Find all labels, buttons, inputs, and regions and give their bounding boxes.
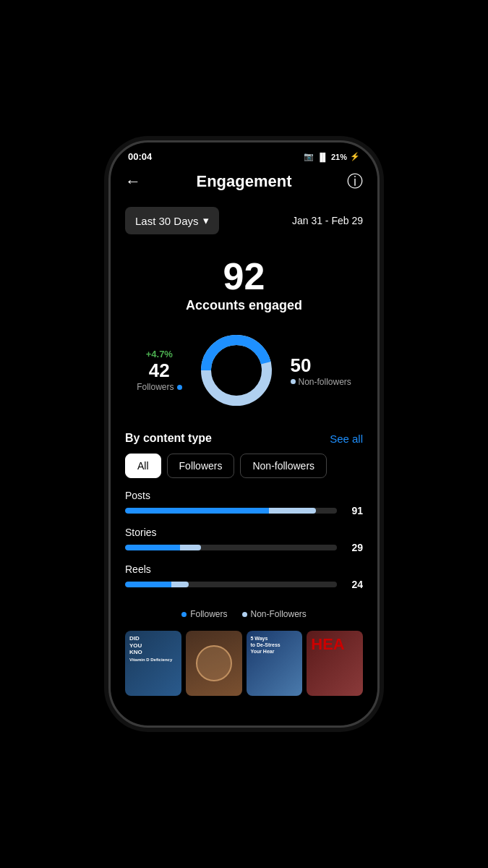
thumb-text-1: DIDYOUKNOVitamin D Deficiency bbox=[129, 635, 172, 663]
bar-row-posts: Posts 91 bbox=[125, 490, 363, 516]
bar-fill-light-reels bbox=[171, 582, 188, 587]
bar-label-reels: Reels bbox=[125, 563, 363, 575]
non-followers-dot bbox=[291, 379, 296, 384]
phone-screen: 00:04 📷 ▐▌ 21% ⚡ ← Engagement ⓘ Last 30 … bbox=[111, 142, 377, 726]
chevron-down-icon: ▾ bbox=[203, 214, 209, 227]
thumbnail-1[interactable]: DIDYOUKNOVitamin D Deficiency bbox=[125, 631, 181, 696]
donut-chart bbox=[197, 331, 276, 410]
content-type-title: By content type bbox=[125, 432, 212, 445]
tab-followers-label: Followers bbox=[179, 460, 223, 472]
notch bbox=[201, 142, 288, 163]
followers-change: +4.7% bbox=[137, 349, 181, 359]
bar-value-reels: 24 bbox=[343, 579, 363, 590]
content-type-header: By content type See all bbox=[111, 425, 377, 454]
date-range-label: Jan 31 - Feb 29 bbox=[292, 215, 363, 226]
status-time: 00:04 bbox=[128, 151, 152, 162]
thumb-text-4: HEA bbox=[311, 635, 344, 654]
page-title: Engagement bbox=[196, 172, 291, 191]
bar-row-stories: Stories 29 bbox=[125, 527, 363, 553]
legend-non-followers: Non-Followers bbox=[242, 609, 307, 619]
non-followers-label: Non-followers bbox=[291, 377, 351, 387]
instagram-icon: 📷 bbox=[304, 152, 314, 161]
legend-non-followers-dot bbox=[242, 612, 247, 617]
legend-followers-dot bbox=[181, 612, 187, 617]
non-followers-label-text: Non-followers bbox=[299, 377, 351, 387]
tab-non-followers[interactable]: Non-followers bbox=[240, 454, 327, 478]
tab-all[interactable]: All bbox=[125, 454, 161, 478]
main-metric: 92 Accounts engaged bbox=[111, 246, 377, 319]
thumb-text-3: 5 Waysto De-StressYour Hear bbox=[251, 635, 281, 655]
donut-section: +4.7% 42 Followers 50 bbox=[111, 319, 377, 425]
bar-track-reels: 24 bbox=[125, 579, 363, 590]
bar-fill-blue-stories bbox=[125, 545, 180, 550]
bolt-icon: ⚡ bbox=[350, 152, 360, 161]
bar-fill-blue-posts bbox=[125, 508, 269, 514]
tab-followers[interactable]: Followers bbox=[167, 454, 235, 478]
info-button[interactable]: ⓘ bbox=[347, 171, 363, 192]
header: ← Engagement ⓘ bbox=[111, 165, 377, 201]
thumbnails-row: DIDYOUKNOVitamin D Deficiency 5 Waysto D… bbox=[111, 631, 377, 696]
thumbnail-3[interactable]: 5 Waysto De-StressYour Hear bbox=[247, 631, 303, 696]
back-button[interactable]: ← bbox=[125, 172, 141, 191]
phone-shell: 00:04 📷 ▐▌ 21% ⚡ ← Engagement ⓘ Last 30 … bbox=[108, 140, 380, 728]
date-filter-button[interactable]: Last 30 Days ▾ bbox=[125, 207, 219, 234]
bar-fill-light-posts bbox=[269, 508, 315, 514]
thumbnail-2[interactable] bbox=[186, 631, 242, 696]
non-followers-count: 50 bbox=[291, 354, 351, 377]
legend-followers-label: Followers bbox=[190, 609, 227, 619]
bar-fill-light-stories bbox=[180, 545, 201, 550]
bar-label-stories: Stories bbox=[125, 527, 363, 538]
bar-fill-blue-reels bbox=[125, 582, 171, 587]
battery-label: 21% bbox=[331, 153, 347, 161]
filter-row: Last 30 Days ▾ Jan 31 - Feb 29 bbox=[111, 201, 377, 246]
status-icons: 📷 ▐▌ 21% ⚡ bbox=[304, 152, 360, 161]
followers-label: Followers bbox=[137, 382, 181, 392]
bar-label-posts: Posts bbox=[125, 490, 363, 501]
bar-row-reels: Reels 24 bbox=[125, 563, 363, 590]
followers-label-text: Followers bbox=[137, 382, 174, 392]
thumbnail-4[interactable]: HEA bbox=[307, 631, 363, 696]
tab-all-label: All bbox=[137, 460, 149, 472]
tab-non-followers-label: Non-followers bbox=[252, 460, 314, 472]
bar-bg-reels bbox=[125, 582, 337, 587]
followers-count: 42 bbox=[137, 359, 181, 382]
bar-track-stories: 29 bbox=[125, 542, 363, 553]
accounts-engaged-label: Accounts engaged bbox=[111, 298, 377, 313]
legend-non-followers-label: Non-Followers bbox=[251, 609, 307, 619]
accounts-engaged-number: 92 bbox=[111, 258, 377, 295]
signal-icon: ▐▌ bbox=[317, 153, 328, 161]
followers-dot bbox=[177, 385, 182, 390]
bar-value-posts: 91 bbox=[343, 505, 363, 516]
see-all-button[interactable]: See all bbox=[330, 433, 363, 445]
followers-stat: +4.7% 42 Followers bbox=[137, 349, 181, 392]
bar-bg-posts bbox=[125, 508, 337, 514]
legend-row: Followers Non-Followers bbox=[111, 600, 377, 631]
bar-track-posts: 91 bbox=[125, 505, 363, 516]
legend-followers: Followers bbox=[181, 609, 227, 619]
date-filter-label: Last 30 Days bbox=[135, 215, 199, 227]
tabs-row: All Followers Non-followers bbox=[111, 454, 377, 490]
non-followers-stat: 50 Non-followers bbox=[291, 354, 351, 387]
bar-value-stories: 29 bbox=[343, 542, 363, 553]
bar-bg-stories bbox=[125, 545, 337, 550]
bar-chart: Posts 91 Stories 29 bbox=[111, 490, 377, 590]
